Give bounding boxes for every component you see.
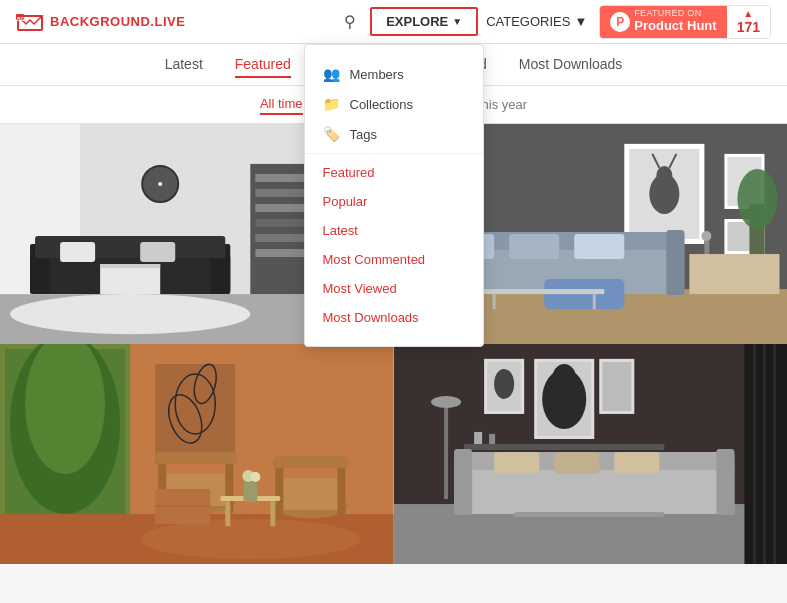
svg-rect-80 [270,501,275,526]
svg-point-63 [140,519,360,559]
members-label: Members [350,67,404,82]
sub-tab-all-time[interactable]: All time [260,94,303,115]
explore-dropdown: 👥 Members 📁 Collections 🏷️ Tags Featured… [304,44,484,347]
tags-icon: 🏷️ [323,126,340,142]
search-icon: ⚲ [344,13,356,30]
dropdown-item-latest[interactable]: Latest [305,216,483,245]
svg-point-34 [656,166,672,186]
svg-rect-99 [474,432,482,444]
svg-rect-46 [509,234,559,259]
svg-rect-77 [272,456,348,468]
dropdown-item-popular[interactable]: Popular [305,187,483,216]
svg-point-102 [431,396,461,408]
product-hunt-text: FEATURED ON Product Hunt [634,9,716,33]
product-hunt-left: P FEATURED ON Product Hunt [600,6,726,38]
svg-point-91 [494,369,514,399]
svg-point-21 [10,294,250,334]
header: BG BACKGROUND.LIVE ⚲ EXPLORE ▼ CATEGORIE… [0,0,787,44]
logo-icon: BG [16,12,44,32]
svg-rect-20 [140,242,175,262]
dropdown-section-nav: 👥 Members 📁 Collections 🏷️ Tags [305,55,483,154]
tab-most-downloads[interactable]: Most Downloads [519,52,623,78]
svg-rect-107 [494,452,539,474]
svg-text:BG: BG [17,15,25,21]
svg-rect-109 [614,452,659,474]
image-room-3[interactable] [0,344,394,564]
svg-rect-74 [275,478,345,510]
svg-point-54 [701,231,711,241]
image-room-4[interactable] [394,344,788,564]
dropdown-section-filters: Featured Popular Latest Most Commented M… [305,154,483,336]
svg-point-25 [158,182,162,186]
svg-rect-52 [689,254,779,294]
popular-link-label: Popular [323,194,368,209]
svg-rect-64 [155,364,235,464]
svg-point-95 [552,364,576,394]
chevron-down-icon: ▼ [574,14,587,29]
svg-rect-53 [704,239,709,254]
tags-label: Tags [350,127,377,142]
svg-rect-105 [454,449,472,515]
product-hunt-logo: P [610,12,630,32]
chevron-down-icon: ▼ [452,16,462,27]
triangle-up-icon: ▲ [743,8,753,19]
categories-button[interactable]: CATEGORIES ▼ [486,14,587,29]
svg-rect-97 [602,362,631,411]
dropdown-item-members[interactable]: 👥 Members [305,59,483,89]
product-hunt-badge[interactable]: P FEATURED ON Product Hunt ▲ 171 [599,5,771,39]
dropdown-item-tags[interactable]: 🏷️ Tags [305,119,483,149]
most-commented-link-label: Most Commented [323,252,426,267]
most-downloads-link-label: Most Downloads [323,310,419,325]
svg-rect-100 [489,434,495,444]
dropdown-item-collections[interactable]: 📁 Collections [305,89,483,119]
svg-rect-106 [716,449,734,515]
logo-text: BACKGROUND.LIVE [50,14,185,29]
svg-rect-79 [225,501,230,526]
svg-point-56 [737,169,777,229]
search-button[interactable]: ⚲ [338,6,362,37]
dropdown-item-most-downloads[interactable]: Most Downloads [305,303,483,332]
members-icon: 👥 [323,66,340,82]
collections-icon: 📁 [323,96,340,112]
explore-button[interactable]: EXPLORE ▼ [370,7,478,36]
tab-latest[interactable]: Latest [165,52,203,78]
dropdown-item-most-commented[interactable]: Most Commented [305,245,483,274]
svg-point-85 [250,472,260,482]
svg-rect-108 [554,452,599,474]
svg-rect-49 [484,289,604,294]
tab-featured[interactable]: Featured [235,52,291,78]
dropdown-item-most-viewed[interactable]: Most Viewed [305,274,483,303]
svg-rect-83 [243,482,257,502]
svg-rect-72 [155,452,237,464]
svg-rect-26 [100,264,160,294]
dropdown-item-featured[interactable]: Featured [305,158,483,187]
most-viewed-link-label: Most Viewed [323,281,397,296]
featured-link-label: Featured [323,165,375,180]
collections-label: Collections [350,97,414,112]
latest-link-label: Latest [323,223,358,238]
svg-rect-98 [464,444,664,450]
logo[interactable]: BG BACKGROUND.LIVE [16,12,185,32]
svg-rect-110 [514,512,664,517]
svg-rect-19 [60,242,95,262]
product-hunt-count: ▲ 171 [727,6,770,38]
svg-rect-44 [666,230,684,295]
svg-rect-27 [100,264,160,268]
svg-rect-47 [574,234,624,259]
svg-rect-101 [444,404,448,499]
